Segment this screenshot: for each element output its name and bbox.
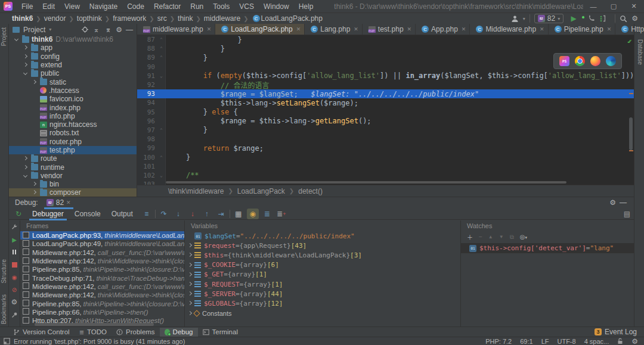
move-watch-up-icon[interactable]: ▲ xyxy=(488,234,493,240)
stack-frame-row[interactable]: LoadLangPack.php:93,think\middleware\Loa… xyxy=(20,231,184,240)
code-line-101[interactable]: 101 xyxy=(137,162,634,171)
show-execution-point-icon[interactable]: ≡ xyxy=(141,209,153,219)
debugger-settings-gear-icon[interactable]: ⚙ xyxy=(10,298,18,306)
error-stripe-mark[interactable] xyxy=(629,150,633,151)
chevron-right-icon[interactable] xyxy=(23,54,29,60)
close-session-icon[interactable]: ✕ xyxy=(66,200,71,206)
search-everywhere-icon[interactable] xyxy=(620,15,627,23)
breadcrumb-item[interactable]: middleware xyxy=(203,14,242,23)
code-line-97[interactable]: 97 ⌃ } xyxy=(137,126,634,135)
variable-row[interactable]: $_REQUEST = {array} [1] xyxy=(185,279,460,289)
chevron-down-icon[interactable] xyxy=(14,36,20,42)
chevron-down-icon[interactable] xyxy=(23,173,29,179)
tree-item-public[interactable]: public xyxy=(9,69,137,77)
unlock-icon[interactable] xyxy=(617,338,623,344)
project-settings-gear-icon[interactable]: ⚙ xyxy=(116,26,122,34)
line-number[interactable]: 103 xyxy=(137,180,157,185)
close-tab-icon[interactable]: ✕ xyxy=(607,26,612,32)
stack-frame-row[interactable]: Middleware.php:142,think\Middleware->thi… xyxy=(20,257,184,265)
fold-marker-icon[interactable]: ⌄ xyxy=(157,171,166,180)
close-tab-icon[interactable]: ✕ xyxy=(296,26,301,32)
expand-chevron-icon[interactable] xyxy=(187,291,193,297)
menu-view[interactable]: View xyxy=(60,1,84,12)
code-line-87[interactable]: 87 ⌃ } xyxy=(137,35,634,44)
start-listening-icon[interactable] xyxy=(588,15,595,22)
maximize-button[interactable]: ▢ xyxy=(603,0,624,13)
code-breadcrumb-item[interactable]: detect() xyxy=(298,187,323,195)
edge-browser-icon[interactable] xyxy=(606,56,616,66)
mute-breakpoints-icon[interactable]: ⊘ xyxy=(10,285,18,294)
expand-chevron-icon[interactable] xyxy=(187,281,193,287)
editor-tab-Pipeline-php[interactable]: C Pipeline.php✕ xyxy=(549,24,616,35)
tree-item-runtime[interactable]: runtime xyxy=(9,163,137,171)
toolwindow-problems[interactable]: Problems xyxy=(112,328,160,337)
breadcrumb-item[interactable]: framework xyxy=(112,14,147,23)
menu-edit[interactable]: Edit xyxy=(38,1,59,12)
debug-tab-console[interactable]: Console xyxy=(69,209,106,219)
line-number[interactable]: 98 xyxy=(137,135,157,144)
expand-chevron-icon[interactable] xyxy=(187,252,193,258)
code-breadcrumb-item[interactable]: \think\middleware xyxy=(168,187,224,195)
variable-row[interactable]: $_GET = {array} [1] xyxy=(185,270,460,279)
stack-frame-row[interactable]: Pipeline.php:66,think\Pipeline->then() xyxy=(20,308,184,316)
close-tab-icon[interactable]: ✕ xyxy=(407,26,412,32)
tree-item-extend[interactable]: extend xyxy=(9,61,137,69)
tree-item-vendor[interactable]: vendor xyxy=(9,172,137,180)
close-tab-icon[interactable]: ✕ xyxy=(207,26,212,32)
chevron-right-icon[interactable] xyxy=(32,189,38,195)
code-line-93[interactable]: ✓93 $range = $langSet; $langSet: "../../… xyxy=(137,89,634,98)
toolwindow-version-control[interactable]: Version Control xyxy=(8,328,75,337)
stack-frame-row[interactable]: Middleware.php:142,think\Middleware->thi… xyxy=(20,291,184,299)
tree-item-info-php[interactable]: info.php xyxy=(9,112,137,120)
tree-item-bin[interactable]: bin xyxy=(9,180,137,188)
breadcrumb-item[interactable]: topthink xyxy=(76,14,103,23)
tool-stripe-bookmarks[interactable]: Bookmarks xyxy=(1,294,7,324)
expand-chevron-icon[interactable] xyxy=(187,272,193,278)
code-line-95[interactable]: 95 } else { xyxy=(137,108,634,117)
stop-icon[interactable] xyxy=(10,260,18,269)
menu-code[interactable]: Code xyxy=(123,1,148,12)
editor-tab-Middleware-php[interactable]: C Middleware.php✕ xyxy=(470,24,548,35)
chevron-right-icon[interactable] xyxy=(32,181,38,187)
new-watch-icon[interactable]: ≣+ xyxy=(275,209,287,219)
debug-tab-debugger[interactable]: Debugger xyxy=(27,209,69,219)
user-profile-icon[interactable] xyxy=(511,15,519,23)
pin-tab-icon[interactable] xyxy=(10,310,18,319)
editor-vertical-scrollbar[interactable] xyxy=(629,117,633,150)
menu-help[interactable]: Help xyxy=(295,1,318,12)
fold-marker-icon[interactable]: ⌃ xyxy=(157,53,166,62)
line-number[interactable]: 88 xyxy=(137,44,157,53)
status-item[interactable]: PHP: 7.2 xyxy=(485,338,512,345)
breadcrumb-item[interactable]: src xyxy=(156,14,168,23)
debug-session-tab[interactable]: 82 82 ✕ xyxy=(44,198,73,208)
layout-settings-icon[interactable]: ▤ xyxy=(624,210,630,218)
line-number[interactable]: 96 xyxy=(137,117,157,126)
chevron-right-icon[interactable] xyxy=(23,164,29,170)
line-number[interactable]: 89 xyxy=(137,53,157,62)
locate-file-icon[interactable] xyxy=(82,26,88,33)
chevron-down-icon[interactable] xyxy=(23,70,29,76)
code-breadcrumb-item[interactable]: LoadLangPack xyxy=(237,187,285,195)
tree-item-think6[interactable]: think6 D:\var\www\think6 xyxy=(9,35,137,43)
rerun-icon[interactable]: ↻ xyxy=(13,209,24,219)
tree-item--htaccess[interactable]: .htaccess xyxy=(9,86,137,95)
project-panel-title[interactable]: Project xyxy=(23,26,45,34)
tree-item-index-php[interactable]: index.php xyxy=(9,103,137,111)
fold-marker-icon[interactable]: ⌃ xyxy=(157,35,166,44)
status-item[interactable]: 4 spac... xyxy=(584,338,609,345)
user-dropdown-arrow[interactable]: ▾ xyxy=(523,16,525,21)
line-number[interactable]: 102 xyxy=(137,171,157,180)
variable-row[interactable]: $_COOKIE = {array} [6] xyxy=(185,260,460,270)
view-breakpoints-icon[interactable]: ▦ xyxy=(233,209,244,219)
close-tab-icon[interactable]: ✕ xyxy=(540,26,544,32)
minimize-button[interactable]: — xyxy=(583,0,603,13)
line-number[interactable]: 91 xyxy=(137,72,157,80)
force-step-into-icon[interactable]: ↓ xyxy=(187,209,199,219)
stack-frame-row[interactable]: Pipeline.php:85,think\Pipeline->think\{c… xyxy=(20,299,184,307)
variables-list-icon[interactable]: ≣ xyxy=(261,209,273,219)
breadcrumb-file[interactable]: LoadLangPack.php xyxy=(260,14,324,23)
line-number[interactable]: ✓93 xyxy=(137,89,157,98)
tree-item-composer[interactable]: composer xyxy=(9,188,137,197)
chevron-right-icon[interactable] xyxy=(23,156,29,161)
project-view-dropdown-arrow[interactable]: ▾ xyxy=(49,27,51,32)
